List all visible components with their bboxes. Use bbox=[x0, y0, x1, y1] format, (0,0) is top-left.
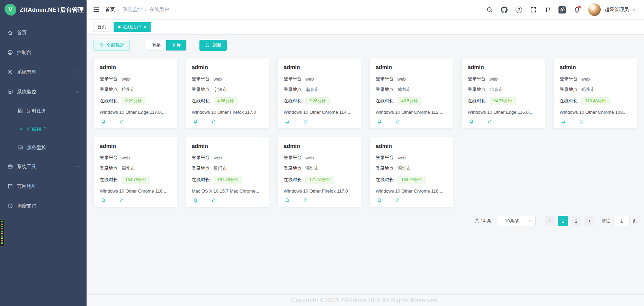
location-value: 北京市 bbox=[490, 86, 503, 93]
sidebar-item-6[interactable]: 官网地址 bbox=[0, 176, 87, 196]
bell-icon[interactable] bbox=[285, 119, 290, 124]
sidebar-subitem-label: 在线用户 bbox=[27, 126, 46, 132]
chevron-down-icon bbox=[528, 219, 532, 223]
prev-page-button[interactable] bbox=[545, 216, 555, 226]
platform-value: web bbox=[214, 155, 222, 160]
bell-icon[interactable] bbox=[377, 119, 382, 124]
user-agent: Windows 10 Other Chrome 112.... bbox=[376, 110, 447, 115]
sidebar-item-3[interactable]: 系统管理 bbox=[0, 62, 87, 82]
chevron-down-icon bbox=[75, 70, 80, 74]
bell-icon[interactable] bbox=[377, 198, 382, 203]
force-logout-label: 全部强退 bbox=[106, 42, 124, 48]
logo[interactable]: V ZRAdmin.NET后台管理 bbox=[0, 0, 87, 19]
view-card-button[interactable]: 卡片 bbox=[166, 40, 186, 50]
bell-icon[interactable] bbox=[469, 119, 474, 124]
lock-icon[interactable] bbox=[395, 119, 400, 124]
duration-label: 在线时长 bbox=[376, 98, 394, 104]
page-size-select[interactable]: 10条/页 bbox=[497, 216, 536, 226]
card-location-row: 登录地点 杭州市 bbox=[100, 86, 171, 93]
platform-value: web bbox=[305, 155, 314, 160]
chevron-up-icon bbox=[75, 90, 80, 94]
toolbox-icon bbox=[7, 164, 13, 170]
tab-在线用户[interactable]: 在线用户× bbox=[114, 22, 151, 32]
card-actions bbox=[100, 198, 171, 203]
platform-label: 登录平台 bbox=[376, 155, 394, 161]
sidebar-item-1[interactable]: 首页 bbox=[0, 23, 87, 43]
sidebar-item-5[interactable]: 系统工具 bbox=[0, 157, 87, 176]
edge-overlay-widget[interactable] bbox=[0, 219, 5, 247]
avatar[interactable] bbox=[588, 3, 601, 16]
next-page-button[interactable] bbox=[584, 216, 594, 226]
page-button-1[interactable]: 1 bbox=[558, 216, 568, 226]
bell-icon[interactable] bbox=[574, 7, 580, 13]
lock-icon[interactable] bbox=[211, 119, 216, 124]
github-icon[interactable] bbox=[501, 7, 508, 13]
bell-icon[interactable] bbox=[561, 119, 566, 124]
card-user-name: admin bbox=[376, 143, 447, 149]
sidebar-subitem-定时任务[interactable]: 定时任务 bbox=[0, 102, 87, 120]
chevron-down-icon bbox=[75, 165, 80, 169]
force-logout-all-button[interactable]: 全部强退 bbox=[93, 40, 130, 51]
pagination: 共 14 条 10条/页 12 前往 页 bbox=[93, 216, 637, 226]
search-icon[interactable] bbox=[486, 7, 493, 13]
lock-icon[interactable] bbox=[487, 119, 492, 124]
lock-icon[interactable] bbox=[119, 198, 124, 203]
translate-icon[interactable]: A文 bbox=[558, 6, 566, 13]
logo-icon: V bbox=[5, 4, 16, 16]
sidebar-subitem-服务监控[interactable]: 服务监控 bbox=[0, 138, 87, 157]
external-link-icon bbox=[7, 183, 13, 189]
view-table-button[interactable]: 表格 bbox=[146, 40, 166, 50]
close-icon[interactable]: × bbox=[144, 25, 146, 29]
card-duration-row: 在线时长 9.26分钟 bbox=[284, 97, 355, 105]
page-button-2[interactable]: 2 bbox=[571, 216, 581, 226]
collapse-sidebar-icon[interactable] bbox=[93, 6, 100, 13]
card-user-name: admin bbox=[468, 64, 539, 71]
sidebar-item-label: 首页 bbox=[17, 30, 27, 36]
online-user-card: admin 登录平台 web 登录地点 福州市 在线时长 154.78分钟 Wi… bbox=[93, 137, 177, 207]
lock-icon[interactable] bbox=[395, 198, 400, 203]
platform-label: 登录平台 bbox=[468, 76, 486, 82]
duration-label: 在线时长 bbox=[192, 98, 210, 104]
card-actions bbox=[192, 119, 263, 124]
duration-badge: 48.5分钟 bbox=[397, 97, 421, 105]
user-agent: Windows 10 Other Chrome 108.... bbox=[560, 110, 631, 115]
sidebar-item-label: 控制台 bbox=[17, 49, 32, 56]
bell-icon[interactable] bbox=[285, 198, 290, 203]
lock-icon[interactable] bbox=[579, 119, 584, 124]
font-size-icon[interactable]: TT bbox=[545, 7, 551, 13]
card-duration-row: 在线时长 184.92分钟 bbox=[376, 176, 447, 184]
sidebar-item-7[interactable]: 捐赠支持 bbox=[0, 196, 87, 216]
lock-icon bbox=[99, 43, 104, 48]
sidebar-subitem-label: 服务监控 bbox=[27, 145, 46, 151]
sidebar-subitem-在线用户[interactable]: 在线用户 bbox=[0, 120, 87, 138]
goto-page-input[interactable] bbox=[613, 216, 630, 226]
goto-label: 前往 bbox=[601, 218, 610, 224]
card-actions bbox=[560, 119, 631, 124]
fullscreen-icon[interactable] bbox=[530, 7, 537, 13]
user-name[interactable]: 超级管理员 bbox=[605, 7, 629, 13]
bell-icon[interactable] bbox=[101, 119, 106, 124]
lock-icon[interactable] bbox=[303, 119, 308, 124]
lock-icon[interactable] bbox=[303, 198, 308, 203]
refresh-button[interactable]: 刷新 bbox=[199, 40, 227, 51]
breadcrumb-monitor[interactable]: 系统监控 bbox=[123, 7, 142, 13]
help-icon[interactable]: ? bbox=[516, 7, 522, 13]
lock-icon[interactable] bbox=[119, 119, 124, 124]
card-actions bbox=[100, 119, 171, 124]
bell-icon[interactable] bbox=[193, 198, 198, 203]
chevron-down-icon[interactable] bbox=[632, 8, 636, 12]
sidebar-item-2[interactable]: 控制台 bbox=[0, 43, 87, 62]
lock-icon[interactable] bbox=[211, 198, 216, 203]
sidebar-item-4[interactable]: 系统监控 bbox=[0, 82, 87, 102]
bell-icon[interactable] bbox=[193, 119, 198, 124]
bell-icon[interactable] bbox=[101, 198, 106, 203]
duration-label: 在线时长 bbox=[468, 98, 486, 104]
tab-首页[interactable]: 首页 bbox=[93, 22, 110, 32]
duration-badge: 0.09分钟 bbox=[122, 97, 145, 105]
card-duration-row: 在线时长 48.5分钟 bbox=[376, 97, 447, 105]
breadcrumb-home[interactable]: 首页 bbox=[105, 7, 115, 13]
user-agent: Windows 10 Other Chrome 116.... bbox=[376, 188, 447, 194]
user-agent: Windows 10 Other Edge 117.0.... bbox=[100, 110, 171, 115]
duration-label: 在线时长 bbox=[376, 177, 394, 183]
sidebar-item-label: 系统管理 bbox=[17, 69, 36, 75]
